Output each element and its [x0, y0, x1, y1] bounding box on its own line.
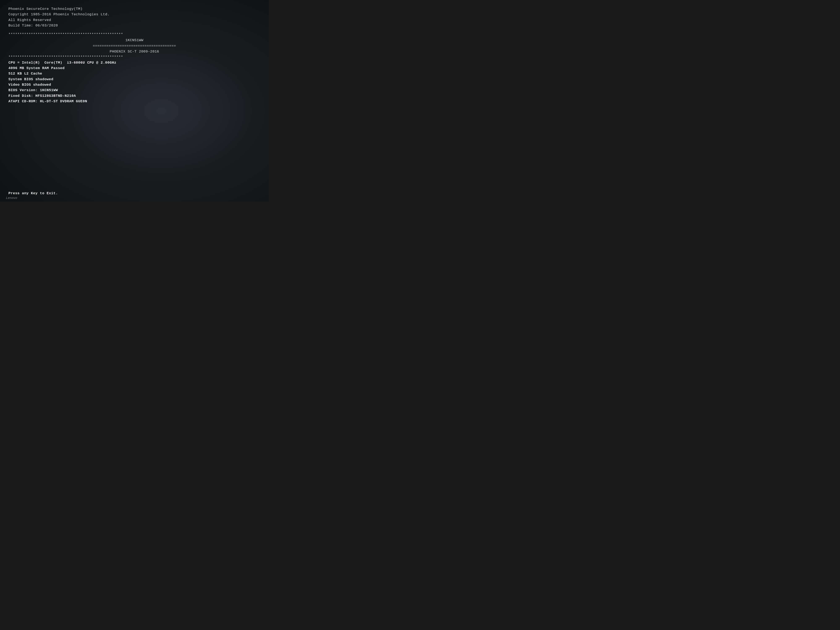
bios-footer: Press any Key to Exit. — [8, 191, 261, 197]
bios-header-line3: All Rights Reserved — [8, 17, 261, 23]
bios-banner-model: 1KCN51WW — [8, 37, 261, 43]
bios-system-bios-version: BIOS Version: 1KCN51WW — [8, 88, 261, 93]
bios-banner-stars-bottom: ****************************************… — [8, 54, 261, 60]
bios-system-cpu: CPU = Intel(R) Core(TM) i3-6006U CPU @ 2… — [8, 60, 261, 66]
bios-system-ram: 4096 MB System RAM Passed — [8, 66, 261, 71]
bios-press-exit: Press any Key to Exit. — [8, 191, 261, 195]
bios-system-atapi: ATAPI CD-ROM: HL-DT-ST DVDRAM GUE0N — [8, 99, 261, 104]
bios-header-line4: Build Time: 06/03/2020 — [8, 23, 261, 28]
bios-header-line1: Phoenix SecureCore Technology(TM) — [8, 6, 261, 12]
bios-content: Phoenix SecureCore Technology(TM) Copyri… — [8, 6, 261, 197]
bios-banner-title: PHOENIX SC-T 2009-2016 — [8, 49, 261, 54]
bios-system-fixed-disk: Fixed Disk: HFS128G3BTND-N210A — [8, 93, 261, 99]
bios-system-cache: 512 KB L2 Cache — [8, 71, 261, 76]
bios-system-vbios-shadow: Video BIOS shadowed — [8, 82, 261, 88]
lenovo-brand-label: Lenovo — [6, 196, 17, 200]
bios-system-bios-shadow: System BIOS shadowed — [8, 77, 261, 82]
bios-header-line2: Copyright 1985-2016 Phoenix Technologies… — [8, 12, 261, 17]
bios-screen: Phoenix SecureCore Technology(TM) Copyri… — [0, 0, 269, 202]
bios-banner-stars-top: ****************************************… — [8, 32, 261, 37]
bios-banner-equals: ===================================== — [8, 43, 261, 49]
